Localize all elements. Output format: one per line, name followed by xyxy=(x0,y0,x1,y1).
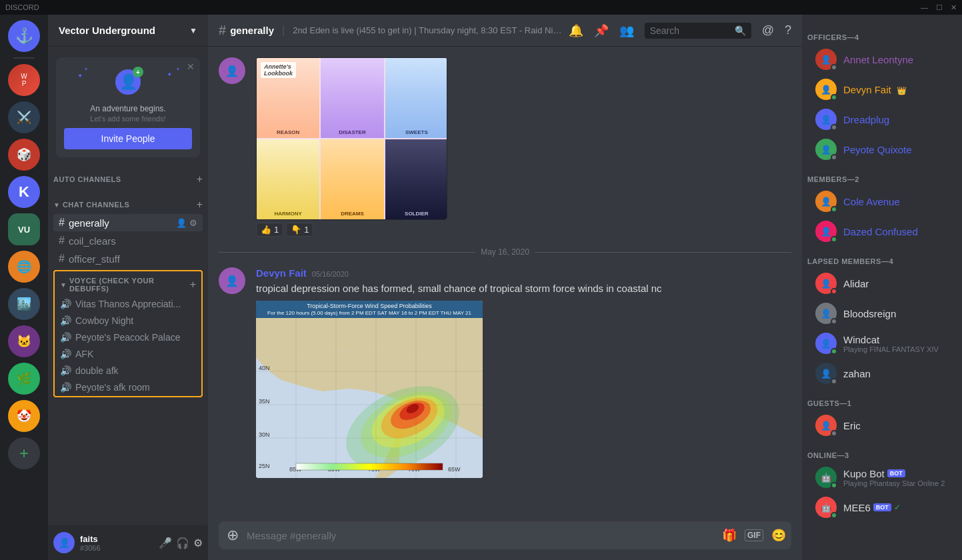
channel-name-generally: generally xyxy=(69,217,176,229)
member-status-zahan xyxy=(831,378,837,385)
member-item-alidar[interactable]: 👤 Alidar xyxy=(807,269,957,298)
server-icon-add[interactable]: + xyxy=(8,437,40,469)
weather-map-svg: 40N 35N 30N 25N 85W 80W 75W 70W 65W xyxy=(256,318,483,478)
reaction-thumbsup[interactable]: 👍 1 xyxy=(256,223,283,237)
server-icon-vu[interactable]: VU xyxy=(8,213,40,245)
search-bar[interactable]: Search 🔍 xyxy=(645,23,751,39)
maximize-button[interactable]: ☐ xyxy=(936,3,943,12)
message-reactions: 👍 1 👇 1 xyxy=(256,223,791,237)
mute-button[interactable]: 🎤 xyxy=(159,537,172,549)
message-devyn: 👤 Devyn Fait 05/16/2020 tropical depress… xyxy=(219,267,791,478)
voyce-add-channel[interactable]: + xyxy=(190,279,196,291)
sparkle-4: ✦ xyxy=(176,67,180,72)
member-item-eric[interactable]: 👤 Eric xyxy=(807,411,957,440)
member-item-zahan[interactable]: 👤 zahan xyxy=(807,359,957,388)
message-author-devyn[interactable]: Devyn Fait xyxy=(256,267,307,279)
member-status-alidar xyxy=(831,288,837,295)
server-icon-10[interactable]: 🤡 xyxy=(8,400,40,432)
members-icon[interactable]: 👥 xyxy=(619,23,634,38)
voice-channel-afk[interactable]: 🔊 AFK xyxy=(55,346,201,362)
pin-icon[interactable]: 📌 xyxy=(594,23,609,38)
reaction-emoji-thumbsup: 👍 xyxy=(261,225,271,235)
emoji-button[interactable]: 😊 xyxy=(771,528,786,543)
message-input-field[interactable] xyxy=(247,523,717,549)
member-item-peyote-quixote[interactable]: 👤 Peyote Quixote xyxy=(807,135,957,164)
invite-people-button[interactable]: Invite People xyxy=(64,128,192,149)
voice-speaker-icon-vitas: 🔊 xyxy=(60,299,71,309)
message-text-devyn: tropical depression one has formed, smal… xyxy=(256,281,791,295)
member-item-mee6[interactable]: 🤖 MEE6 BOT ✓ xyxy=(807,493,957,522)
voice-channel-peyote-peacock[interactable]: 🔊 Peyote's Peacock Palace xyxy=(55,329,201,345)
category-auto-add[interactable]: + xyxy=(197,173,203,185)
voice-channel-name-double-afk: double afk xyxy=(75,365,119,376)
window-controls[interactable]: — ☐ ✕ xyxy=(921,3,957,12)
server-header[interactable]: Vector Underground ▼ xyxy=(48,15,208,47)
voice-channel-cowboy[interactable]: 🔊 Cowboy Night xyxy=(55,313,201,329)
member-status-dreadplug xyxy=(831,124,837,131)
member-avatar-eric: 👤 xyxy=(815,415,837,436)
message-avatar-devyn[interactable]: 👤 xyxy=(219,267,245,294)
member-item-devyn[interactable]: 👤 Devyn Fait 👑 xyxy=(807,75,957,104)
settings-button[interactable]: ⚙ xyxy=(193,537,203,549)
minimize-button[interactable]: — xyxy=(921,3,928,12)
member-item-dreadplug[interactable]: 👤 Dreadplug xyxy=(807,105,957,134)
voice-speaker-icon-afk: 🔊 xyxy=(60,349,71,359)
category-chat-add[interactable]: + xyxy=(197,199,203,211)
channel-sidebar: Vector Underground ▼ ✕ ✦ ✦ 👤 + ✦ ✦ An ad… xyxy=(48,15,208,560)
gift-icon[interactable]: 🎁 xyxy=(722,528,737,543)
member-name-alidar: Alidar xyxy=(843,278,869,289)
channel-item-officer-stuff[interactable]: # officer_stuff xyxy=(53,250,203,267)
voice-channel-double-afk[interactable]: 🔊 double afk xyxy=(55,363,201,379)
channel-add-member-icon[interactable]: 👤 xyxy=(176,218,187,228)
member-item-bloodsreign[interactable]: 👤 Bloodsreign xyxy=(807,299,957,328)
reaction-pointdown[interactable]: 👇 1 xyxy=(286,223,313,237)
channel-topic: 2nd Eden is live (i455 to get in) | Thur… xyxy=(293,25,563,35)
server-icon-8[interactable]: 🐱 xyxy=(8,325,40,357)
channel-settings-icon[interactable]: ⚙ xyxy=(189,218,197,228)
members-category-online: ONLINE—3 xyxy=(802,441,962,462)
voyce-category-header[interactable]: ▼ VOYCE (CHECK YOUR DEBUFFS) + xyxy=(55,271,201,295)
gif-button[interactable]: GIF xyxy=(745,529,763,541)
anime-card-5: DREAMS xyxy=(321,139,383,219)
message-content-1: REASON DISASTER SWEETS xyxy=(256,57,791,237)
channel-item-coil-clears[interactable]: # coil_clears xyxy=(53,232,203,249)
member-item-windcat[interactable]: 👤 Windcat Playing FINAL FANTASY XIV xyxy=(807,329,957,358)
category-chat-channels[interactable]: ▼ CHAT CHANNELS + xyxy=(48,188,208,213)
server-icon-9[interactable]: 🌿 xyxy=(8,363,40,395)
server-icon-4[interactable]: K xyxy=(8,176,40,208)
member-item-cole[interactable]: 👤 Cole Avenue xyxy=(807,187,957,216)
at-icon[interactable]: @ xyxy=(762,23,774,37)
voice-channel-peyote-afk[interactable]: 🔊 Peyote's afk room xyxy=(55,379,201,395)
anime-card-1: REASON xyxy=(257,58,319,138)
close-button[interactable]: ✕ xyxy=(951,3,957,12)
category-auto-channels[interactable]: AUTO CHANNELS + xyxy=(48,163,208,188)
voice-channel-vitas[interactable]: 🔊 Vitas Thanos Appreciati... xyxy=(55,296,201,312)
channel-header-info: # generally xyxy=(219,23,274,38)
category-auto-label: AUTO CHANNELS xyxy=(53,175,121,183)
deafen-button[interactable]: 🎧 xyxy=(176,537,189,549)
anime-card-4: HARMONY xyxy=(257,139,319,219)
channel-hash-icon: # xyxy=(219,23,226,38)
server-icon-2[interactable]: ⚔️ xyxy=(8,101,40,133)
anime-card-image: REASON DISASTER SWEETS xyxy=(256,57,447,220)
member-item-kupo[interactable]: 🤖 Kupo Bot BOT Playing Phantasy Star Onl… xyxy=(807,463,957,492)
server-icon-7[interactable]: 🏙️ xyxy=(8,288,40,320)
channel-item-generally[interactable]: # generally 👤 ⚙ xyxy=(53,214,203,231)
member-item-dazed[interactable]: 👤 Dazed Confused xyxy=(807,217,957,246)
member-sub-windcat: Playing FINAL FANTASY XIV xyxy=(843,345,939,353)
member-item-annet[interactable]: 👤 Annet Leontyne xyxy=(807,45,957,74)
member-name-devyn: Devyn Fait 👑 xyxy=(843,84,907,95)
server-name: Vector Underground xyxy=(59,25,155,36)
bell-icon[interactable]: 🔔 xyxy=(569,23,583,38)
category-chat-label: CHAT CHANNELS xyxy=(63,201,129,209)
voice-speaker-icon-double-afk: 🔊 xyxy=(60,365,71,376)
members-sidebar: OFFICERS—4 👤 Annet Leontyne 👤 Devyn Fait… xyxy=(802,15,962,560)
server-icon-6[interactable]: 🌐 xyxy=(8,251,40,283)
server-icon-3[interactable]: 🎲 xyxy=(8,139,40,171)
member-avatar-bloodsreign: 👤 xyxy=(815,303,837,324)
server-icon-1[interactable]: WP xyxy=(8,64,40,96)
message-attach-button[interactable]: ⊕ xyxy=(224,521,241,549)
members-category-guests: GUESTS—1 xyxy=(802,389,962,410)
help-icon[interactable]: ? xyxy=(785,23,791,37)
server-icon-home[interactable]: ⚓ xyxy=(8,20,40,52)
